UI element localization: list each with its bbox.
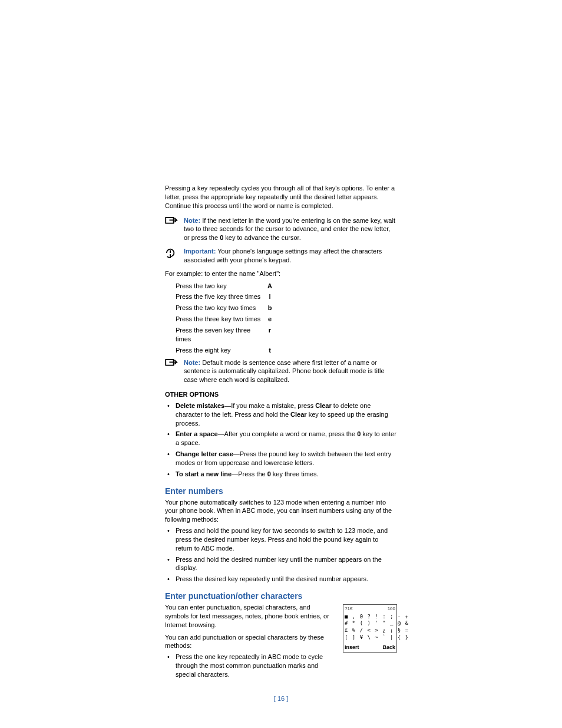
key-row: Press the two key A [176,282,397,291]
important-text: Important: Your phone's language setting… [184,247,397,265]
key-letter: t [264,346,276,355]
enter-numbers-heading: Enter numbers [165,486,397,497]
key-letter: e [264,315,276,324]
punct-bullet: Press the one key repeatedly in ABC mode… [165,653,336,679]
key-action: Press the two key [176,282,264,291]
phone-line-3: £ % / < > ¿ ¡ § = [345,627,395,634]
svg-point-2 [170,254,171,255]
key: Clear [315,402,332,409]
note-1-body-b: key to advance the cursor. [223,234,300,241]
numbers-bullet: Press and hold the pound key for two sec… [165,526,397,553]
punct-bullets: Press the one key repeatedly in ABC mode… [165,653,336,679]
other-options-heading: OTHER OPTIONS [165,390,397,399]
important-icon [165,247,184,261]
lead: To start a new line [176,470,232,477]
key-letter: b [264,304,276,312]
key-action: Press the seven key three times [176,326,264,344]
option-case: Change letter case—Press the pound key t… [165,450,397,467]
option-newline: To start a new line—Press the 0 key thre… [165,470,397,479]
numbers-bullet: Press and hold the desired number key un… [165,555,397,573]
option-delete: Delete mistakes—If you make a mistake, p… [165,401,397,428]
phone-line-1: ■ , 0 ? ! : ; - + [345,614,395,621]
important-callout: Important: Your phone's language setting… [165,247,397,265]
t: —After you complete a word or name, pres… [218,430,358,437]
key-table: Press the two key A Press the five key t… [176,282,397,355]
key-letter: l [264,292,276,301]
note-callout-1: Note: If the next letter in the word you… [165,216,397,243]
note-2-body: Default mode is sentence case where firs… [184,359,385,384]
key-action: Press the five key three times [176,292,264,301]
note-label: Note: [184,217,200,224]
example-intro: For example: to enter the name "Albert": [165,269,397,278]
note-2-text: Note: Default mode is sentence case wher… [184,358,397,385]
note-1-text: Note: If the next letter in the word you… [184,216,397,243]
key-letter: A [264,282,276,291]
key-action: Press the three key two times [176,315,264,324]
punct-paragraph-1: You can enter punctuation, special chara… [165,603,336,630]
note-label: Note: [184,359,200,366]
key-action: Press the two key two times [176,304,264,312]
enter-numbers-list: Press and hold the pound key for two sec… [165,526,397,584]
key-row: Press the eight key t [176,346,397,355]
option-space: Enter a space—After you complete a word … [165,430,397,447]
page-number: [ 16 ] [165,694,397,703]
t: —Press the [232,470,267,477]
phone-line-2: # * ( ) ' " _ @ & [345,620,395,627]
key: Clear [290,411,307,418]
phone-char-count: 160 [388,606,395,612]
t: key three times. [271,470,319,477]
note-icon [165,358,184,371]
key-letter: r [264,326,276,344]
key-action: Press the eight key [176,346,264,355]
other-options-list: Delete mistakes—If you make a mistake, p… [165,401,397,479]
punct-paragraph-2: You can add punctuation or special chara… [165,633,336,651]
important-label: Important: [184,248,216,255]
key-row: Press the two key two times b [176,304,397,312]
t: —If you make a mistake, press [224,402,315,409]
phone-softkey-left: Insert [345,644,359,651]
lead: Change letter case [176,450,233,457]
enter-numbers-intro: Your phone automatically switches to 123… [165,498,397,525]
enter-punct-heading: Enter punctuation/other characters [165,591,397,602]
intro-paragraph: Pressing a key repeatedly cycles you thr… [165,184,397,210]
numbers-bullet: Press the desired key repeatedly until t… [165,575,397,584]
phone-line-4: [ ] ¥ \ ~ ` | { } [345,634,395,641]
key-row: Press the five key three times l [176,292,397,301]
phone-mode-indicator: ?1€ [345,606,352,612]
phone-screen: ?1€ 160 ■ , 0 ? ! : ; - + # * ( ) ' " _ … [343,604,397,653]
lead: Delete mistakes [176,402,224,409]
note-icon [165,216,184,229]
key-row: Press the three key two times e [176,315,397,324]
phone-softkey-right: Back [382,644,395,651]
note-callout-2: Note: Default mode is sentence case wher… [165,358,397,385]
lead: Enter a space [176,430,218,437]
key-row: Press the seven key three times r [176,326,397,344]
